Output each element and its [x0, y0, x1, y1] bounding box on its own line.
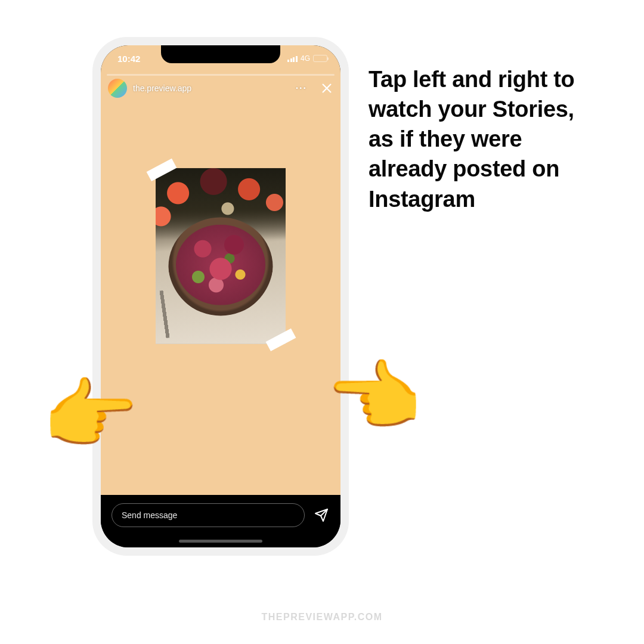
instruction-text: Tap left and right to watch your Stories… [369, 64, 604, 214]
more-options-icon[interactable]: ··· [296, 83, 307, 93]
signal-icon [287, 55, 298, 62]
pointing-hand-right-icon: 👉 [42, 376, 138, 453]
story-bottom-bar: Send message [101, 495, 340, 547]
avatar[interactable] [108, 79, 127, 98]
battery-icon [313, 55, 327, 62]
watermark: THEPREVIEWAPP.COM [261, 612, 382, 623]
message-input[interactable]: Send message [112, 503, 305, 527]
phone-notch [161, 45, 280, 63]
story-username[interactable]: the.preview.app [133, 83, 191, 93]
message-placeholder: Send message [122, 510, 177, 520]
story-photo [156, 168, 286, 344]
send-icon [314, 508, 329, 522]
home-indicator [179, 540, 262, 543]
status-right: 4G [287, 54, 327, 63]
network-label: 4G [301, 54, 310, 63]
pointing-hand-left-icon: 👉 [328, 358, 425, 435]
phone-frame: 10:42 4G the.preview.app ··· [92, 37, 349, 556]
send-button[interactable] [313, 503, 330, 527]
phone-screen: 10:42 4G the.preview.app ··· [101, 45, 340, 547]
close-icon[interactable] [320, 82, 333, 95]
story-header: the.preview.app ··· [108, 79, 333, 98]
status-time: 10:42 [117, 54, 140, 64]
food-photo [156, 168, 286, 344]
story-progress-bar [107, 74, 335, 76]
